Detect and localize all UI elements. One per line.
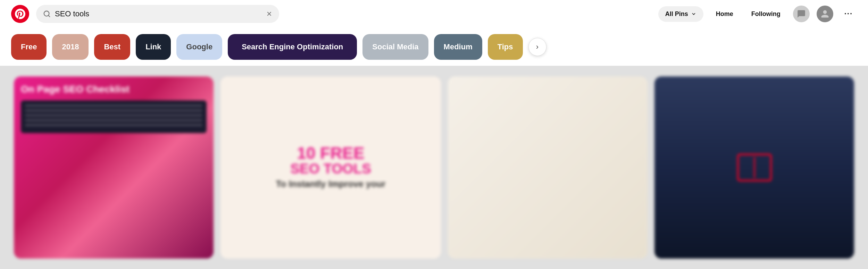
- header: ✕ All Pins Home Following ···: [0, 0, 868, 28]
- chip-link[interactable]: Link: [136, 34, 171, 60]
- svg-line-1: [48, 15, 50, 17]
- pin-text-line3: To Instantly Improve your: [276, 178, 386, 190]
- chips-next-button[interactable]: ›: [528, 38, 546, 56]
- chip-free[interactable]: Free: [11, 34, 47, 60]
- chevron-right-icon: ›: [536, 42, 539, 51]
- search-bar: ✕: [36, 5, 279, 23]
- search-icon: [43, 10, 51, 18]
- chip-social-media[interactable]: Social Media: [362, 34, 428, 60]
- all-pins-dropdown[interactable]: All Pins: [658, 6, 703, 22]
- search-input[interactable]: [55, 9, 262, 18]
- nav-following[interactable]: Following: [746, 6, 786, 22]
- pin-card[interactable]: [654, 76, 854, 259]
- pin-title: On Page SEO Checklist: [21, 83, 207, 95]
- clear-icon[interactable]: ✕: [266, 10, 272, 18]
- pin-text-line2: SEO TOOLS: [290, 162, 371, 176]
- chip-best[interactable]: Best: [94, 34, 130, 60]
- chip-tips[interactable]: Tips: [488, 34, 523, 60]
- chip-google[interactable]: Google: [176, 34, 222, 60]
- pin-text-line1: 10 FREE: [297, 145, 365, 162]
- pins-grid: On Page SEO Checklist 10 FREE SEO TOOLS …: [0, 66, 868, 269]
- more-options-button[interactable]: ···: [840, 7, 857, 21]
- pin-card[interactable]: On Page SEO Checklist: [14, 76, 214, 259]
- nav-home[interactable]: Home: [710, 6, 739, 22]
- all-pins-label: All Pins: [665, 10, 688, 18]
- pin-content: [21, 100, 207, 133]
- chip-2018[interactable]: 2018: [52, 34, 89, 60]
- pin-card[interactable]: [448, 76, 648, 259]
- book-icon: [737, 154, 772, 181]
- chips-bar: Free 2018 Best Link Google Search Engine…: [0, 28, 868, 66]
- user-avatar[interactable]: [817, 6, 833, 22]
- chip-search-engine-optimization[interactable]: Search Engine Optimization: [228, 34, 357, 60]
- pinterest-logo[interactable]: [11, 5, 29, 23]
- chip-medium[interactable]: Medium: [434, 34, 482, 60]
- messages-avatar[interactable]: [793, 6, 810, 22]
- pin-card[interactable]: 10 FREE SEO TOOLS To Instantly Improve y…: [220, 76, 441, 259]
